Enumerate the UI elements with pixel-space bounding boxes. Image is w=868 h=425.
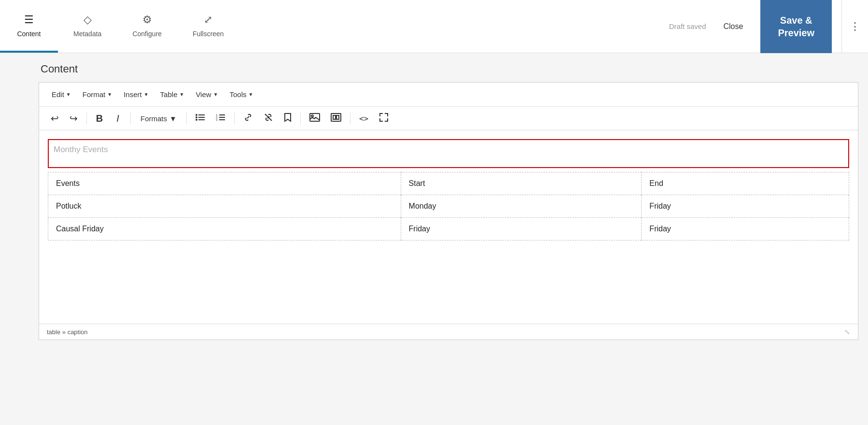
cell-start-1: Monday: [401, 195, 642, 218]
media-icon: [331, 113, 341, 124]
tab-configure-label: Configure: [132, 30, 162, 38]
top-bar-actions: Draft saved Close Save &Preview ⋮: [669, 0, 868, 53]
menu-tools-caret: ▼: [249, 92, 253, 97]
numbered-list-icon: 1.2.3.: [216, 113, 225, 125]
tab-fullscreen-label: Fullscreen: [193, 30, 224, 38]
close-button[interactable]: Close: [715, 22, 751, 31]
top-bar: ☰ Content ◇ Metadata ⚙ Configure ⤢ Fulls…: [0, 0, 868, 53]
unlink-button[interactable]: [260, 111, 277, 126]
bullets-icon: [196, 113, 205, 125]
bold-button[interactable]: B: [92, 111, 107, 126]
menu-tools-label: Tools: [230, 90, 247, 99]
svg-rect-1: [198, 114, 205, 115]
header-events: Events: [48, 172, 401, 195]
code-button[interactable]: <>: [355, 111, 372, 126]
link-button[interactable]: [239, 111, 257, 126]
menu-table-label: Table: [160, 90, 178, 99]
tab-content[interactable]: ☰ Content: [0, 0, 58, 53]
draft-saved-status: Draft saved: [669, 22, 706, 30]
redo-icon: ↪: [70, 113, 78, 124]
menu-tools[interactable]: Tools ▼: [225, 87, 258, 101]
editor-container: Edit ▼ Format ▼ Insert ▼ Table ▼ View: [39, 82, 858, 340]
editor-body[interactable]: Monthy Events Events Start End Potluck M…: [39, 130, 858, 324]
menu-format-label: Format: [83, 90, 106, 99]
italic-label: I: [116, 113, 119, 124]
svg-rect-17: [336, 115, 339, 119]
table-row: Potluck Monday Friday: [48, 195, 849, 218]
editor-fullscreen-button[interactable]: [375, 111, 392, 126]
cell-event-2: Causal Friday: [48, 218, 401, 241]
image-icon: [309, 113, 320, 124]
tab-configure[interactable]: ⚙ Configure: [117, 0, 177, 53]
formats-caret: ▼: [169, 114, 177, 123]
status-path: table » caption: [47, 328, 88, 336]
cell-start-2: Friday: [401, 218, 642, 241]
menu-edit-caret: ▼: [66, 92, 71, 97]
separator-5: [300, 113, 301, 124]
svg-rect-13: [310, 113, 320, 121]
undo-button[interactable]: ↩: [47, 111, 63, 126]
caption-box[interactable]: Monthy Events: [48, 139, 849, 168]
media-button[interactable]: [327, 111, 345, 126]
left-gutter: [0, 53, 39, 425]
content-section-label: Content: [39, 63, 858, 75]
save-preview-label: Save &Preview: [778, 14, 814, 39]
more-icon: ⋮: [850, 20, 860, 33]
redo-button[interactable]: ↪: [66, 111, 82, 126]
editor-fullscreen-icon: [379, 113, 389, 125]
svg-rect-7: [219, 114, 225, 115]
numbered-list-button[interactable]: 1.2.3.: [212, 111, 229, 126]
menu-edit[interactable]: Edit ▼: [47, 87, 76, 101]
separator-3: [186, 113, 187, 124]
more-options-button[interactable]: ⋮: [841, 0, 868, 53]
menu-insert-label: Insert: [124, 90, 142, 99]
svg-rect-16: [333, 115, 336, 119]
caption-placeholder: Monthy Events: [54, 145, 108, 154]
tab-fullscreen[interactable]: ⤢ Fullscreen: [177, 0, 239, 53]
tab-metadata[interactable]: ◇ Metadata: [58, 0, 117, 53]
save-preview-button[interactable]: Save &Preview: [760, 0, 832, 53]
menu-view-label: View: [196, 90, 211, 99]
separator-6: [350, 113, 350, 124]
resize-handle[interactable]: ⤡: [844, 328, 850, 336]
menu-table-caret: ▼: [179, 92, 184, 97]
cell-event-1: Potluck: [48, 195, 401, 218]
svg-rect-5: [198, 119, 205, 120]
tab-content-label: Content: [17, 30, 41, 38]
content-icon: ☰: [24, 14, 34, 26]
svg-text:3.: 3.: [216, 118, 218, 121]
unlink-icon: [264, 113, 273, 125]
italic-button[interactable]: I: [110, 111, 126, 126]
svg-rect-9: [219, 117, 225, 118]
svg-point-14: [311, 115, 313, 117]
menu-view[interactable]: View ▼: [191, 87, 223, 101]
editor-wrapper: Content Edit ▼ Format ▼ Insert ▼ Table: [39, 53, 868, 425]
metadata-icon: ◇: [84, 14, 92, 26]
menubar: Edit ▼ Format ▼ Insert ▼ Table ▼ View: [39, 83, 858, 107]
bold-label: B: [96, 113, 103, 124]
svg-point-4: [196, 119, 197, 121]
menu-insert[interactable]: Insert ▼: [119, 87, 153, 101]
toolbar: ↩ ↪ B I Formats ▼: [39, 107, 858, 130]
menu-format-caret: ▼: [107, 92, 112, 97]
menu-format[interactable]: Format ▼: [78, 87, 117, 101]
undo-icon: ↩: [51, 113, 59, 124]
separator-1: [86, 113, 87, 124]
separator-4: [234, 113, 235, 124]
bullets-button[interactable]: [192, 111, 209, 126]
formats-label: Formats: [140, 114, 167, 123]
configure-icon: ⚙: [142, 14, 152, 26]
formats-dropdown[interactable]: Formats ▼: [136, 111, 182, 126]
bookmark-button[interactable]: [280, 111, 295, 126]
header-start: Start: [401, 172, 642, 195]
cell-end-1: Friday: [642, 195, 849, 218]
svg-rect-3: [198, 117, 205, 118]
menu-view-caret: ▼: [213, 92, 218, 97]
menu-edit-label: Edit: [52, 90, 64, 99]
menu-insert-caret: ▼: [144, 92, 149, 97]
svg-point-2: [196, 116, 197, 118]
main-area: Content Edit ▼ Format ▼ Insert ▼ Table: [0, 53, 868, 425]
menu-table[interactable]: Table ▼: [155, 87, 189, 101]
image-button[interactable]: [306, 111, 324, 126]
content-table: Events Start End Potluck Monday Friday C…: [48, 172, 849, 241]
